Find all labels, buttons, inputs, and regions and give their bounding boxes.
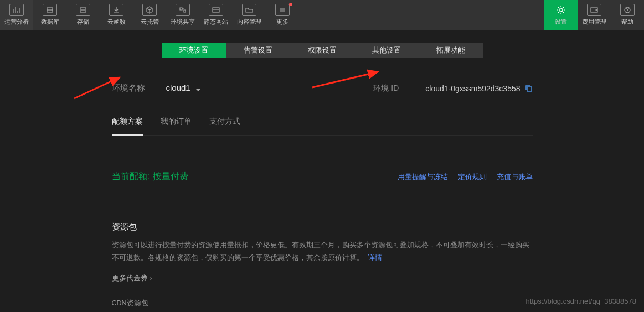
toolbar-static[interactable]: 静态网站 <box>199 0 233 30</box>
env-row: 环境名称 cloud1 环境 ID cloud1-0gxssm592d3c355… <box>112 83 533 93</box>
toolbar-label: 内容管理 <box>237 18 261 26</box>
share-icon <box>176 4 190 16</box>
env-name-value: cloud1 <box>166 83 190 92</box>
detail-link[interactable]: 详情 <box>368 254 382 262</box>
top-toolbar: 运营分析 数据库 存储 云函数 云托管 环境共享 静态网站 内容管理 更多 设置 <box>0 0 644 30</box>
sub-navigation: 环境设置 告警设置 权限设置 其他设置 拓展功能 <box>0 43 644 58</box>
link-usage-freeze[interactable]: 用量提醒与冻结 <box>398 172 448 182</box>
inner-tabs: 配额方案 我的订单 支付方式 <box>112 117 533 136</box>
storage-icon <box>76 4 90 16</box>
quota-label: 当前配额: <box>112 171 150 183</box>
svg-rect-2 <box>80 11 86 12</box>
subtab-env[interactable]: 环境设置 <box>162 43 226 58</box>
toolbar-label: 静态网站 <box>204 18 228 26</box>
resource-title: 资源包 <box>112 222 533 232</box>
window-icon <box>209 4 223 16</box>
svg-point-4 <box>559 8 563 12</box>
quota-row: 当前配额: 按量付费 用量提醒与冻结 定价规则 充值与账单 <box>112 171 533 183</box>
svg-rect-5 <box>591 8 597 12</box>
toolbar-envshare[interactable]: 环境共享 <box>166 0 199 30</box>
toolbar-content[interactable]: 内容管理 <box>233 0 266 30</box>
quota-value: 按量付费 <box>153 171 188 183</box>
tab-pay[interactable]: 支付方式 <box>209 117 240 136</box>
database-icon <box>43 4 57 16</box>
caret-down-icon <box>196 84 200 93</box>
stack-icon <box>275 4 290 16</box>
env-name-label: 环境名称 <box>112 83 145 93</box>
svg-rect-8 <box>527 87 532 91</box>
svg-rect-1 <box>80 8 86 9</box>
toolbar-label: 费用管理 <box>582 18 606 26</box>
toolbar-label: 更多 <box>276 18 288 26</box>
folder-icon <box>242 4 256 16</box>
toolbar-label: 存储 <box>77 18 89 26</box>
svg-rect-3 <box>213 8 219 12</box>
wallet-icon <box>587 4 601 16</box>
toolbar-label: 设置 <box>555 18 567 26</box>
svg-point-6 <box>596 9 597 11</box>
notification-dot-icon <box>289 3 292 6</box>
toolbar-label: 环境共享 <box>171 18 195 26</box>
tab-quota[interactable]: 配额方案 <box>112 117 143 136</box>
link-recharge[interactable]: 充值与账单 <box>497 172 533 182</box>
toolbar-storage[interactable]: 存储 <box>66 0 100 30</box>
toolbar-label: 数据库 <box>41 18 59 26</box>
link-pricing[interactable]: 定价规则 <box>458 172 487 182</box>
toolbar-database[interactable]: 数据库 <box>33 0 66 30</box>
bar-chart-icon <box>9 4 24 16</box>
tab-orders[interactable]: 我的订单 <box>161 117 192 136</box>
toolbar-label: 云函数 <box>107 18 126 26</box>
more-coupon-link[interactable]: 更多代金券› <box>112 274 533 283</box>
toolbar-analytics[interactable]: 运营分析 <box>0 0 33 30</box>
env-id-value: cloud1-0gxssm592d3c3558 <box>425 84 520 93</box>
toolbar-cloudhost[interactable]: 云托管 <box>133 0 166 30</box>
toolbar-label: 帮助 <box>621 18 633 26</box>
env-id-label: 环境 ID <box>373 84 399 93</box>
subtab-ext[interactable]: 拓展功能 <box>419 43 483 58</box>
toolbar-settings[interactable]: 设置 <box>544 0 578 30</box>
chevron-right-icon: › <box>150 274 152 282</box>
subtab-perm[interactable]: 权限设置 <box>290 43 354 58</box>
toolbar-more[interactable]: 更多 <box>266 0 299 30</box>
subtab-other[interactable]: 其他设置 <box>354 43 419 58</box>
toolbar-label: 运营分析 <box>4 18 29 26</box>
watermark: https://blog.csdn.net/qq_38388578 <box>526 297 637 305</box>
cube-icon <box>142 4 157 16</box>
env-name-dropdown[interactable]: cloud1 <box>166 83 200 93</box>
more-coupon-text: 更多代金券 <box>112 274 148 282</box>
resource-desc-text: 资源包可以进行按量付费的资源使用量抵扣，价格更低。有效期三个月，购买多个资源包可… <box>112 241 529 262</box>
toolbar-billing[interactable]: 费用管理 <box>578 0 611 30</box>
download-icon <box>109 4 123 16</box>
gear-icon <box>554 4 568 16</box>
cdn-section-title: CDN资源包 <box>112 299 533 308</box>
toolbar-help[interactable]: 帮助 <box>611 0 644 30</box>
help-icon <box>620 4 635 16</box>
toolbar-label: 云托管 <box>141 18 159 26</box>
toolbar-cloudfunc[interactable]: 云函数 <box>100 0 133 30</box>
subtab-alert[interactable]: 告警设置 <box>226 43 290 58</box>
copy-icon[interactable] <box>525 85 533 92</box>
resource-description: 资源包可以进行按量付费的资源使用量抵扣，价格更低。有效期三个月，购买多个资源包可… <box>112 239 533 264</box>
quota-links: 用量提醒与冻结 定价规则 充值与账单 <box>398 172 533 182</box>
